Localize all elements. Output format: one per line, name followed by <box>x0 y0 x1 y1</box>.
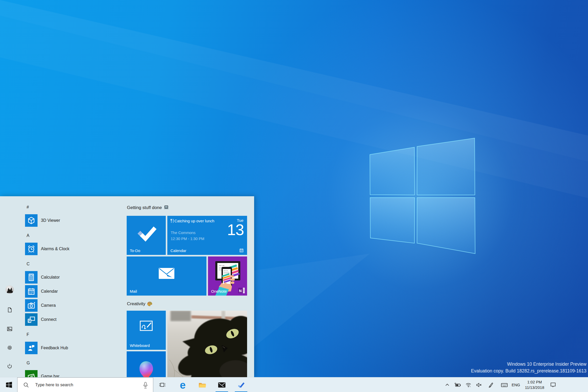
search-icon <box>23 382 29 388</box>
app-label: 3D Viewer <box>41 218 60 223</box>
power-icon <box>7 363 13 369</box>
tile-label: Whiteboard <box>130 343 150 348</box>
app-label: Calculator <box>41 275 60 280</box>
windows-start-icon <box>6 382 12 388</box>
app-list-item-calendar[interactable]: Calendar <box>25 285 119 298</box>
taskbar-mail-button[interactable] <box>216 377 228 392</box>
tile-whiteboard[interactable]: Whiteboard <box>127 311 166 350</box>
start-button[interactable] <box>3 377 15 392</box>
taskbar-edge-button[interactable]: e <box>176 377 189 392</box>
search-placeholder: Type here to search <box>35 382 73 387</box>
group-title: Creativity <box>127 301 145 307</box>
power-button[interactable] <box>5 361 15 371</box>
volume-muted-icon <box>476 382 482 388</box>
app-list-item-connect[interactable]: Connect <box>25 313 119 326</box>
connect-icon <box>25 313 38 326</box>
search-input[interactable]: Type here to search <box>17 377 153 392</box>
chevron-up-icon <box>445 382 450 388</box>
tile-group-header-getting-stuff-done[interactable]: Getting stuff done <box>127 205 169 211</box>
calendar-event-title: Catching up over lunch <box>170 218 225 224</box>
watermark-line2: Evaluation copy. Build 18282.rs_prerelea… <box>471 368 586 374</box>
onenote-logo-icon: N <box>238 287 245 294</box>
task-view-button[interactable] <box>156 377 169 392</box>
action-center-button[interactable] <box>547 377 559 392</box>
mail-icon <box>218 382 226 388</box>
alarm-icon <box>25 243 38 255</box>
pictures-button[interactable] <box>5 324 15 334</box>
pictures-icon <box>7 326 13 332</box>
tile-photos-cat-photo[interactable] <box>167 311 247 377</box>
app-list-item-3d-viewer[interactable]: 3D Viewer <box>25 214 119 227</box>
app-label: Game bar <box>41 374 59 377</box>
start-menu: #3D ViewerAAlarms & ClockCCalculatorCale… <box>0 196 254 377</box>
app-list-letter-header[interactable]: G <box>27 360 79 366</box>
file-explorer-icon <box>198 382 206 388</box>
fork-knife-icon <box>170 219 174 223</box>
tile-label: To-Do <box>130 248 140 253</box>
camera-icon <box>25 299 38 312</box>
svg-text:N: N <box>239 289 242 293</box>
cat-photo <box>167 311 247 377</box>
feedback-icon <box>25 342 38 354</box>
tile-label: OneNote <box>211 289 227 293</box>
app-list-letter-header[interactable]: # <box>27 204 79 210</box>
taskbar-to-do-button[interactable] <box>235 377 247 392</box>
taskbar-file-explorer-button[interactable] <box>196 377 209 392</box>
avatar <box>5 285 14 294</box>
app-list-item-camera[interactable]: Camera <box>25 299 119 312</box>
keyboard-icon <box>501 382 508 388</box>
app-label: Camera <box>41 303 56 308</box>
app-label: Alarms & Clock <box>41 247 69 251</box>
edge-icon: e <box>180 380 186 390</box>
app-list-item-game-bar[interactable]: Game bar <box>25 370 119 377</box>
calendar-glyph-icon <box>239 248 244 253</box>
calculator-icon <box>25 271 38 284</box>
desktop: Windows 10 Enterprise Insider Preview Ev… <box>0 0 588 392</box>
evaluation-watermark: Windows 10 Enterprise Insider Preview Ev… <box>471 361 586 374</box>
gamebar-icon <box>25 370 38 377</box>
clock-time: 1:02 PM <box>519 379 550 385</box>
documents-button[interactable] <box>5 305 15 315</box>
app-list-item-feedback-hub[interactable]: Feedback Hub <box>25 342 119 354</box>
microphone-icon[interactable] <box>143 382 148 389</box>
app-list-letter-header[interactable]: C <box>27 261 79 267</box>
cortana-icon <box>127 351 166 377</box>
language-indicator[interactable]: ENG <box>512 377 520 392</box>
gear-icon <box>7 345 13 351</box>
calendar-event-location: The Commons <box>171 231 195 235</box>
cube-icon <box>25 214 38 227</box>
tile-mail[interactable]: Mail <box>127 256 206 296</box>
clock-date: 11/13/2018 <box>519 385 550 390</box>
tile-label: Mail <box>130 289 137 293</box>
volume-status-icon[interactable] <box>473 377 485 392</box>
user-account-button[interactable] <box>5 285 15 295</box>
notification-icon <box>550 382 556 388</box>
to-do-icon <box>237 382 245 388</box>
touch-keyboard-icon[interactable] <box>498 377 511 392</box>
tile-label: Calendar <box>170 248 186 253</box>
watermark-line1: Windows 10 Enterprise Insider Preview <box>471 361 586 368</box>
calendar-event-time: 12:30 PM - 1:30 PM <box>171 237 204 241</box>
calendar-icon <box>25 285 38 298</box>
wifi-icon <box>466 382 471 388</box>
group-title: Getting stuff done <box>127 205 162 210</box>
tile-group-header-creativity[interactable]: Creativity <box>127 301 152 307</box>
app-list-letter-header[interactable]: A <box>27 233 79 238</box>
app-list-letter-header[interactable]: F <box>27 332 79 338</box>
document-icon <box>7 307 13 313</box>
windows-ink-icon[interactable] <box>485 377 497 392</box>
mail-envelope-icon <box>158 267 175 279</box>
app-label: Calendar <box>41 289 58 294</box>
calendar-event-date: 13 <box>227 222 244 238</box>
taskbar: Type here to search e <box>0 377 588 392</box>
settings-button[interactable] <box>5 343 15 353</box>
clock[interactable]: 1:02 PM 11/13/2018 <box>519 379 550 390</box>
app-list-item-alarms-clock[interactable]: Alarms & Clock <box>25 243 119 255</box>
pen-icon <box>488 382 494 388</box>
tile-calendar[interactable]: Catching up over lunch The Commons 12:30… <box>167 216 247 255</box>
tile-onenote[interactable]: OneNote N <box>208 256 247 296</box>
tile-to-do[interactable]: To-Do <box>127 216 166 255</box>
palette-emoji-icon <box>147 302 152 306</box>
app-list-item-calculator[interactable]: Calculator <box>25 271 119 284</box>
tile-cortana[interactable] <box>127 351 166 377</box>
